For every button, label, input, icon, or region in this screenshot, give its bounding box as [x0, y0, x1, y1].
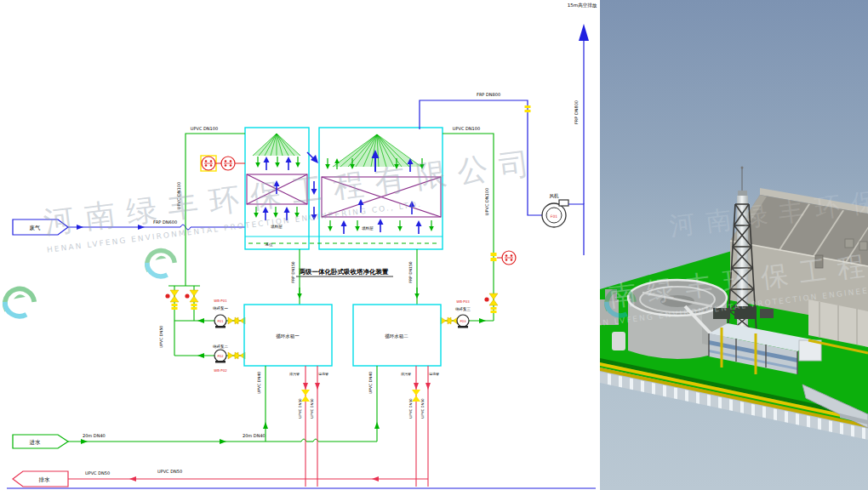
equipment-skid [709, 306, 821, 374]
screenshot: 废气 FRP DN600 液位 [0, 0, 868, 490]
svg-text:UPVC DN50: UPVC DN50 [408, 398, 413, 419]
spray-pipe-label-left: UPVC DN100 [191, 126, 218, 131]
instrument-right [491, 251, 517, 265]
blowdown-label-2: 排污管 [401, 372, 411, 376]
water-supply-line: 进水 20m DN40 20m DN40 UPVC DN40 UPVC DN40 [13, 366, 380, 448]
drain-valve-2 [412, 390, 420, 402]
dosing-instrument-2 [221, 157, 235, 170]
drain-header-label-2: UPVC DN50 [157, 469, 182, 474]
overflow-label-2: 溢流管 [429, 372, 439, 376]
circulation-pump-2: P02 循环泵二 WB-P02 [213, 344, 229, 373]
plant-building [730, 188, 868, 326]
diagram-title: 两级一体化卧式吸收塔净化装置 [299, 268, 390, 276]
inlet-pipe-label: FRP DN600 [153, 219, 177, 225]
stack-pipe-label: FRP DN800 [574, 100, 579, 124]
water-inlet-label: 进水 [30, 439, 42, 446]
svg-text:UPVC DN50: UPVC DN50 [310, 398, 314, 419]
fan-tag: F01 [551, 214, 557, 219]
water-main-label-2: 20m DN40 [243, 433, 266, 438]
tank-drain-lines [66, 366, 428, 487]
tank1-label: 循环水箱一 [276, 333, 300, 339]
pump1-label: 循环泵一 [213, 305, 229, 311]
spray-pipe-label-right: UPVC DN100 [453, 126, 480, 131]
clean-gas-duct: FRP DN800 F01 风机 FRP DN800 15m高空排放 [420, 3, 597, 255]
pump-branch-label: UPVC DN50 [159, 326, 163, 348]
access-ramp [802, 385, 868, 428]
absorber-tower: 液位 [245, 128, 443, 276]
overflow-label-1: 溢流管 [318, 372, 328, 376]
drain-valve-1 [301, 390, 310, 402]
packing-layer-stage2 [322, 177, 441, 217]
building-window [859, 242, 867, 250]
stack-arrow [579, 24, 589, 41]
tank2-label: 循环水箱二 [385, 333, 408, 339]
circulation-pump-1: P01 WB-P01 循环泵一 [213, 299, 229, 328]
plant-structures [600, 0, 868, 490]
circulation-pump-3: P03 WB-P03 循环泵三 [455, 299, 471, 328]
waste-gas-flag-label: 废气 [30, 225, 42, 231]
building-window [845, 239, 854, 248]
tower-drains [300, 249, 417, 305]
spray-riser-label-right: UPVC DN100 [484, 188, 489, 215]
spray-header-stage1 [253, 134, 300, 156]
building-door [815, 255, 823, 268]
valve-left-1 [165, 290, 179, 310]
drain-outlet-label: 排水 [39, 476, 51, 483]
dosing-instrument-1 [202, 157, 215, 170]
svg-text:P03: P03 [460, 319, 466, 323]
misc-structures [600, 289, 625, 350]
spray-header-stage2 [333, 134, 421, 167]
liquid-level-label: 液位 [266, 242, 274, 247]
exhaust-fan: F01 风机 [542, 193, 568, 227]
pump3-label: 循环泵三 [455, 306, 471, 311]
tower-drain-label-2: FRP DN150 [408, 261, 413, 282]
plant-3d-render: 河南绿丰环保工程有限公司 HENAN LVFENG ENVIRONMENTAL … [600, 0, 868, 490]
packing2-label: 填料层 [361, 226, 374, 231]
tank-feed-label-1: UPVC DN40 [257, 372, 261, 394]
water-inlet-flag [13, 435, 68, 448]
pump1-tag: WB-P01 [214, 299, 227, 303]
process-flow-diagram: 废气 FRP DN600 液位 [0, 0, 600, 490]
waste-gas-inlet-line: 废气 FRP DN600 [13, 219, 245, 235]
pump3-tag: WB-P03 [456, 299, 470, 304]
svg-text:P01: P01 [217, 319, 224, 323]
stack-outlet-label: 15m高空排放 [568, 3, 597, 9]
tank-feed-label-2: UPVC DN40 [368, 372, 373, 394]
spray-riser-label-left: UPVC DN100 [176, 182, 181, 209]
svg-text:UPVC DN50: UPVC DN50 [420, 398, 425, 419]
waste-gas-flag [13, 219, 68, 235]
pump2-tag: WB-P02 [214, 368, 227, 373]
valve-left-2 [185, 290, 198, 310]
blowdown-label-1: 排污管 [289, 372, 300, 376]
svg-text:P02: P02 [217, 354, 224, 358]
water-main-label-1: 20m DN40 [83, 433, 106, 438]
drain-header-label-1: UPVC DN50 [85, 470, 110, 476]
fan-label: 风机 [550, 193, 560, 199]
valve-right [484, 293, 498, 313]
spray-circuit-right [441, 134, 494, 321]
duct-pipe-label: FRP DN800 [477, 92, 500, 97]
dosing-instruments [201, 156, 245, 171]
svg-text:UPVC DN50: UPVC DN50 [298, 398, 302, 419]
packing1-label: 填料层 [270, 225, 283, 229]
tower-drain-label-1: FRP DN150 [291, 261, 295, 282]
pump2-label: 循环泵二 [213, 344, 229, 349]
